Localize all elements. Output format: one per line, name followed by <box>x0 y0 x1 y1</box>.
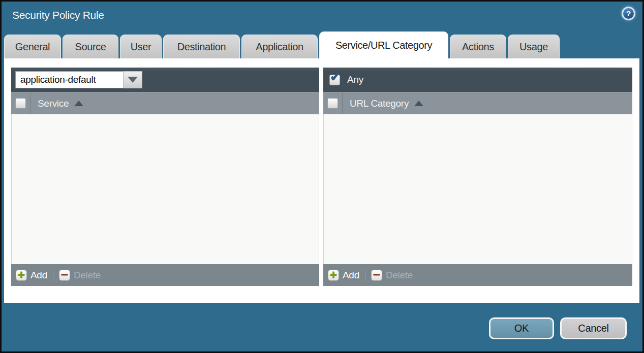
tab-actions[interactable]: Actions <box>450 35 506 58</box>
plus-icon: + <box>330 270 337 281</box>
tab-usage[interactable]: Usage <box>508 35 560 58</box>
checkmark-icon: ✔ <box>330 71 341 83</box>
tab-content: Service + Add − Delete <box>4 58 639 303</box>
service-panel: Service + Add − Delete <box>11 68 319 286</box>
ok-button[interactable]: OK <box>489 317 554 339</box>
tab-user[interactable]: User <box>120 35 162 58</box>
cancel-button[interactable]: Cancel <box>560 317 627 339</box>
url-category-panel: ✔ Any URL Category + Add <box>323 68 632 286</box>
any-checkbox[interactable]: ✔ <box>329 75 340 85</box>
chevron-down-icon <box>128 77 138 83</box>
url-category-column-header: URL Category <box>323 92 632 114</box>
delete-label: Delete <box>386 270 413 281</box>
dropdown-open-button[interactable] <box>123 71 142 88</box>
service-add-button[interactable]: + Add <box>16 270 47 281</box>
tab-service-url-category[interactable]: Service/URL Category <box>319 31 448 58</box>
help-icon[interactable]: ? <box>622 7 635 20</box>
icon-frame: − <box>59 270 70 281</box>
url-category-select-all-checkbox[interactable] <box>327 98 338 109</box>
url-category-column-label: URL Category <box>350 98 409 109</box>
minus-icon: − <box>61 270 68 280</box>
service-delete-button[interactable]: − Delete <box>59 270 101 281</box>
service-type-input[interactable] <box>15 71 123 88</box>
checkbox-cell <box>11 92 30 114</box>
any-label: Any <box>347 74 363 85</box>
checkbox-cell <box>323 92 343 114</box>
tab-application[interactable]: Application <box>241 35 318 58</box>
url-category-toolbar: + Add − Delete <box>323 264 632 286</box>
toolbar-separator <box>53 270 53 281</box>
any-checkbox-row[interactable]: ✔ Any <box>329 74 363 85</box>
tab-general[interactable]: General <box>4 35 61 58</box>
add-label: Add <box>343 270 359 281</box>
icon-frame: + <box>16 270 27 281</box>
service-toolbar: + Add − Delete <box>11 264 319 286</box>
tab-destination[interactable]: Destination <box>163 35 240 58</box>
plus-icon: + <box>18 270 25 281</box>
url-category-panel-header: ✔ Any <box>323 68 632 92</box>
add-label: Add <box>30 270 47 281</box>
tab-source[interactable]: Source <box>63 35 118 58</box>
service-select-all-checkbox[interactable] <box>15 98 26 109</box>
security-policy-rule-dialog: Security Policy Rule ? General Source Us… <box>0 0 644 353</box>
minus-icon: − <box>373 270 380 280</box>
tab-bar: General Source User Destination Applicat… <box>4 31 560 58</box>
icon-frame: + <box>328 270 339 281</box>
url-category-list <box>323 114 632 264</box>
service-panel-header <box>11 68 319 92</box>
sort-asc-icon[interactable] <box>74 101 83 106</box>
dialog-title: Security Policy Rule <box>12 9 104 21</box>
url-category-delete-button[interactable]: − Delete <box>371 270 413 281</box>
service-list <box>11 114 319 264</box>
icon-frame: − <box>371 270 382 281</box>
toolbar-separator <box>365 270 365 281</box>
url-category-add-button[interactable]: + Add <box>328 270 359 281</box>
service-column-label: Service <box>38 98 69 109</box>
sort-asc-icon[interactable] <box>414 101 423 106</box>
service-type-dropdown[interactable] <box>15 71 142 88</box>
service-column-header: Service <box>11 92 319 114</box>
delete-label: Delete <box>74 270 101 281</box>
